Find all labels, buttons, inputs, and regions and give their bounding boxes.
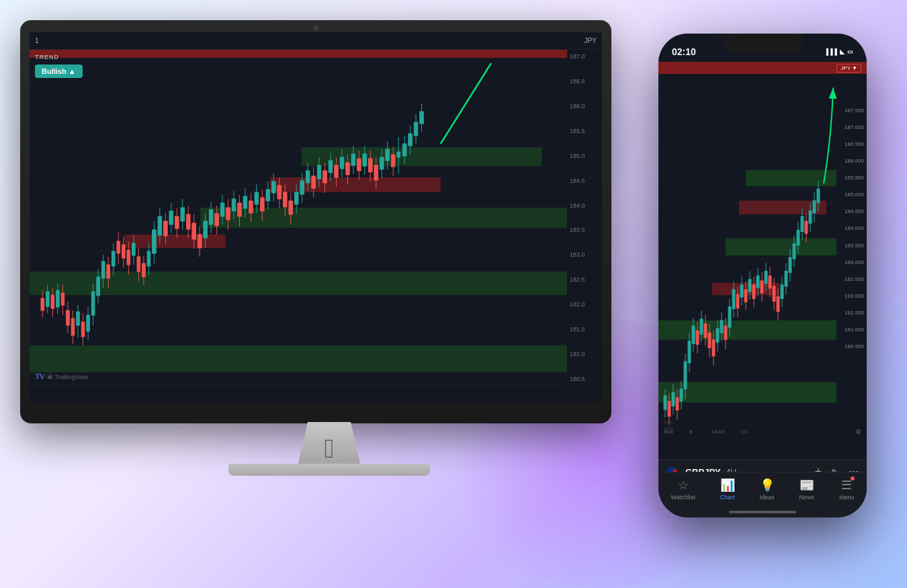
- mobile-price: 187.000: [845, 124, 864, 130]
- svg-rect-208: [391, 155, 395, 167]
- svg-rect-109: [204, 221, 208, 238]
- svg-rect-121: [226, 208, 230, 220]
- svg-rect-142: [266, 190, 270, 201]
- svg-rect-323: [769, 276, 771, 288]
- svg-rect-329: [777, 296, 779, 311]
- iphone-notch: [722, 34, 803, 54]
- price-axis: 187.0 186.5 186.0 185.5 185.0 184.5 184.…: [567, 50, 602, 386]
- mobile-price: 185.000: [845, 192, 864, 198]
- svg-rect-73: [137, 257, 140, 271]
- mobile-price: 186.000: [845, 158, 864, 164]
- trend-label: TREND: [35, 54, 59, 60]
- svg-rect-317: [761, 281, 763, 293]
- fax-label: FAX: [664, 420, 673, 425]
- svg-rect-269: [696, 331, 699, 344]
- svg-rect-154: [289, 201, 293, 214]
- svg-rect-347: [801, 216, 804, 231]
- imac-wrapper: 1 JPY TREND Bullish ▲: [20, 20, 638, 558]
- svg-rect-299: [736, 294, 739, 308]
- svg-rect-196: [368, 159, 372, 172]
- settings-icon[interactable]: ⚙: [855, 428, 861, 435]
- svg-rect-187: [351, 154, 355, 165]
- svg-rect-220: [414, 122, 418, 136]
- svg-rect-263: [688, 341, 691, 363]
- svg-rect-290: [724, 326, 727, 339]
- nav-menu[interactable]: ☰ Menu: [839, 478, 855, 501]
- imac-base: [228, 464, 430, 476]
- nav-menu-label: Menu: [839, 494, 855, 501]
- nav-ideas[interactable]: 💡 Ideas: [760, 478, 775, 501]
- mobile-chart-svg: [658, 67, 867, 437]
- svg-rect-28: [61, 293, 64, 305]
- svg-rect-241: [726, 239, 836, 255]
- mobile-price: 187.500: [845, 108, 864, 114]
- svg-rect-133: [249, 201, 253, 213]
- nav-ideas-label: Ideas: [760, 494, 775, 501]
- svg-rect-199: [374, 165, 378, 180]
- svg-rect-335: [785, 271, 787, 286]
- iphone-home-indicator: [729, 511, 796, 513]
- svg-rect-240: [658, 321, 836, 340]
- svg-rect-31: [67, 310, 70, 325]
- jpy-dropdown[interactable]: JPY ▼: [836, 64, 861, 73]
- price-label: 186.0: [570, 103, 599, 110]
- mobile-price-labels: 187.500 187.000 186.500 186.000 185.500 …: [845, 108, 864, 349]
- apple-logo-imac: : [325, 433, 335, 464]
- svg-rect-52: [101, 261, 105, 278]
- svg-rect-103: [192, 223, 196, 239]
- spx-label: SPX: [664, 427, 673, 431]
- svg-rect-15: [270, 177, 441, 192]
- price-label: 183.5: [570, 226, 599, 233]
- svg-rect-311: [752, 285, 755, 298]
- svg-rect-245: [664, 396, 666, 409]
- svg-rect-338: [789, 257, 791, 272]
- nav-chart[interactable]: 📊 Chart: [720, 478, 735, 501]
- svg-rect-193: [363, 154, 367, 166]
- nav-watchlist[interactable]: ☆ Watchlist: [671, 478, 695, 501]
- svg-rect-76: [142, 263, 146, 277]
- mobile-price: 183.000: [845, 259, 864, 265]
- svg-rect-190: [357, 159, 361, 171]
- svg-rect-175: [329, 161, 333, 173]
- svg-rect-46: [91, 292, 95, 315]
- svg-rect-10: [30, 345, 567, 372]
- tradingview-logo: 𝕋𝕍 🏛 TradingView: [35, 373, 88, 380]
- svg-rect-16: [41, 298, 44, 310]
- svg-rect-67: [127, 250, 130, 265]
- svg-rect-341: [793, 244, 795, 259]
- desktop-chart-svg: [30, 50, 567, 386]
- top-resistance-bar: [30, 50, 567, 58]
- price-label: 181.0: [570, 351, 599, 358]
- chart-currency-label: JPY: [585, 37, 597, 44]
- news-icon: 📰: [800, 478, 814, 493]
- svg-rect-136: [255, 192, 259, 204]
- price-label: 181.5: [570, 326, 599, 333]
- svg-rect-70: [132, 243, 135, 255]
- svg-rect-278: [708, 333, 711, 347]
- imac-bezel: 1 JPY TREND Bullish ▲: [20, 20, 611, 423]
- mobile-date-bar: Nov 6 14:00 13 ⚙: [658, 425, 867, 438]
- date-1400: 14:00: [711, 429, 725, 435]
- svg-rect-281: [712, 339, 715, 355]
- chart-top-bar: 1 JPY: [30, 32, 602, 50]
- nav-news-label: News: [800, 494, 815, 501]
- svg-rect-202: [380, 157, 384, 169]
- mobile-price: 181.500: [845, 310, 864, 316]
- price-label: 185.5: [570, 128, 599, 134]
- chart-index: 1: [35, 37, 39, 44]
- svg-rect-172: [323, 171, 327, 183]
- mobile-price: 184.000: [845, 225, 864, 231]
- svg-rect-118: [220, 203, 224, 216]
- svg-rect-148: [277, 185, 282, 199]
- nav-chart-label: Chart: [720, 494, 735, 501]
- iphone-body: 02:10 ▐▐▐ ◣ ▭ JPY ▼: [658, 34, 867, 517]
- chart-icon: 📊: [720, 478, 735, 493]
- svg-rect-260: [684, 362, 687, 389]
- svg-rect-88: [164, 221, 168, 236]
- svg-rect-166: [312, 176, 316, 188]
- svg-rect-251: [672, 392, 675, 406]
- price-label: 183.0: [570, 251, 599, 258]
- svg-rect-359: [817, 189, 820, 202]
- svg-rect-284: [716, 329, 719, 342]
- nav-news[interactable]: 📰 News: [800, 478, 815, 501]
